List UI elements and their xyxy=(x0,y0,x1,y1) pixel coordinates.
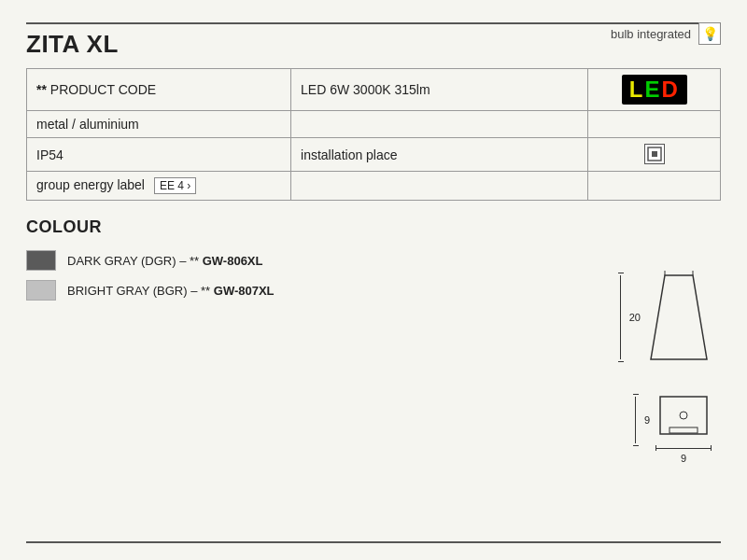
led-D: D xyxy=(661,77,679,103)
energy-col3 xyxy=(588,172,721,201)
product-code-label: ** PRODUCT CODE xyxy=(27,69,291,111)
energy-badge-text: EE 4 › xyxy=(160,179,190,192)
bulb-icon: 💡 xyxy=(698,22,721,45)
spec-table: ** PRODUCT CODE LED 6W 3000K 315lm LED m… xyxy=(26,68,721,201)
led-badge: LED xyxy=(622,75,687,105)
installation-label: installation place xyxy=(291,138,588,172)
bottom-divider xyxy=(26,541,721,543)
material-col3 xyxy=(588,111,721,138)
table-row-material: metal / aluminium xyxy=(27,111,721,138)
product-code-text: PRODUCT CODE xyxy=(50,82,156,97)
svg-point-6 xyxy=(680,412,687,419)
table-row-product-code: ** PRODUCT CODE LED 6W 3000K 315lm LED xyxy=(27,69,721,111)
product-code-value: LED 6W 3000K 315lm xyxy=(291,69,588,111)
energy-col2 xyxy=(291,172,588,201)
material-label: metal / aluminium xyxy=(27,111,291,138)
dark-gray-label: DARK GRAY (DGR) – ** GW-806XL xyxy=(67,254,262,268)
side-height-label: 9 xyxy=(644,414,650,426)
bulb-integrated-label: bulb integrated 💡 xyxy=(611,22,721,45)
colour-item-bright-gray: BRIGHT GRAY (BGR) – ** GW-807XL xyxy=(26,280,721,301)
product-code-stars: ** xyxy=(36,82,47,97)
led-E: E xyxy=(644,77,661,103)
svg-marker-2 xyxy=(651,275,707,359)
bulb-integrated-text: bulb integrated xyxy=(611,27,691,41)
colour-section: COLOUR DARK GRAY (DGR) – ** GW-806XL BRI… xyxy=(26,217,721,301)
bright-gray-code: GW-807XL xyxy=(214,284,275,298)
colour-item-dark-gray: DARK GRAY (DGR) – ** GW-806XL xyxy=(26,250,721,271)
table-row-ip: IP54 installation place xyxy=(27,138,721,172)
side-width-label: 9 xyxy=(681,453,686,464)
side-view-diagram xyxy=(655,392,712,443)
dark-gray-code: GW-806XL xyxy=(203,254,263,268)
energy-label-text: group energy label xyxy=(36,177,145,192)
svg-rect-7 xyxy=(669,427,698,433)
bright-gray-swatch xyxy=(26,280,56,301)
installation-icon xyxy=(644,144,665,164)
diagram-front-area: 20 xyxy=(618,271,712,364)
led-badge-cell: LED xyxy=(588,69,721,111)
energy-label-cell: group energy label EE 4 › xyxy=(27,172,291,201)
table-row-energy: group energy label EE 4 › xyxy=(27,172,721,201)
dark-gray-swatch xyxy=(26,250,56,271)
front-height-label: 20 xyxy=(629,312,641,323)
diagram-side-area: 9 9 xyxy=(633,392,712,464)
svg-rect-1 xyxy=(652,151,657,157)
ip-label: IP54 xyxy=(27,138,291,172)
install-icon-cell xyxy=(588,138,721,172)
front-view-diagram xyxy=(646,271,712,364)
energy-label-badge: EE 4 › xyxy=(154,177,196,194)
svg-rect-5 xyxy=(660,397,707,434)
colour-title: COLOUR xyxy=(26,217,721,237)
page: ZITA XL bulb integrated 💡 ** PRODUCT COD… xyxy=(0,0,747,560)
bright-gray-label: BRIGHT GRAY (BGR) – ** GW-807XL xyxy=(67,284,275,298)
led-L: L xyxy=(629,77,645,103)
material-col2 xyxy=(291,111,588,138)
